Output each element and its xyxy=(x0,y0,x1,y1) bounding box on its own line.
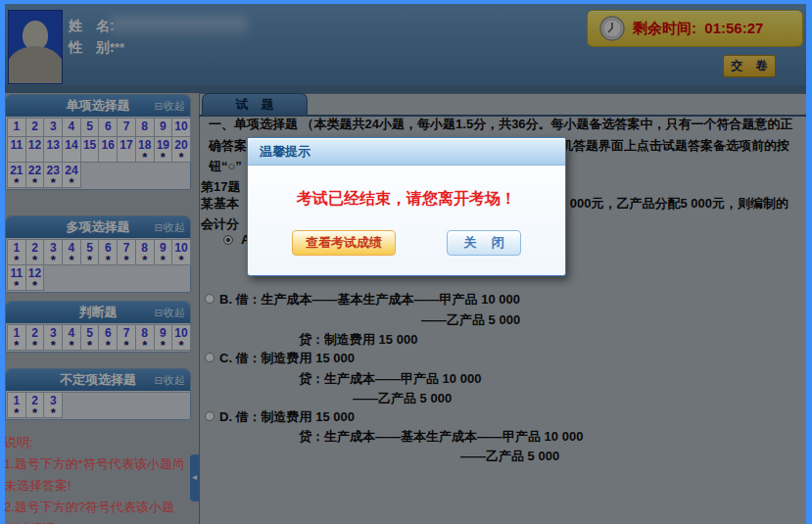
view-score-button[interactable]: 查看考试成绩 xyxy=(292,230,396,256)
window-frame xyxy=(0,0,812,4)
exam-window: 姓 名: 性 别: *** 剩余时间: 01:56:27 交 卷 单项选择题 ⊟… xyxy=(0,0,812,524)
close-button[interactable]: 关 闭 xyxy=(447,230,521,256)
modal-buttons: 查看考试成绩 关 闭 xyxy=(248,230,565,256)
modal-dialog: 温馨提示 考试已经结束，请您离开考场！ 查看考试成绩 关 闭 xyxy=(247,137,566,276)
modal-message: 考试已经结束，请您离开考场！ xyxy=(248,189,565,210)
window-frame xyxy=(0,0,5,524)
modal-title: 温馨提示 xyxy=(248,138,565,166)
window-frame xyxy=(806,0,812,524)
